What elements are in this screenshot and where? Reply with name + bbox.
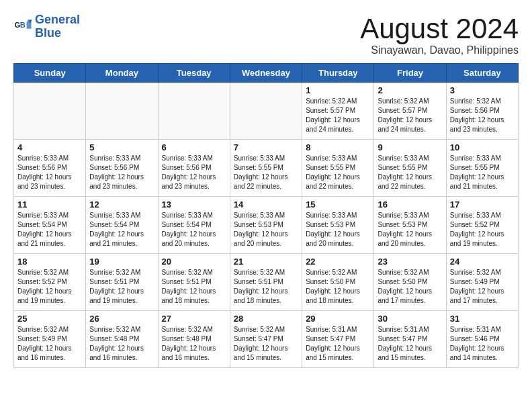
week-row-4: 18Sunrise: 5:32 AM Sunset: 5:52 PM Dayli… (14, 254, 519, 311)
calendar-cell: 9Sunrise: 5:33 AM Sunset: 5:55 PM Daylig… (374, 140, 446, 197)
calendar-cell: 11Sunrise: 5:33 AM Sunset: 5:54 PM Dayli… (14, 197, 86, 254)
day-number: 12 (89, 199, 154, 210)
calendar-cell: 18Sunrise: 5:32 AM Sunset: 5:52 PM Dayli… (14, 254, 86, 311)
day-info: Sunrise: 5:33 AM Sunset: 5:55 PM Dayligh… (450, 154, 515, 191)
page-header: G B General Blue August 2024 Sinayawan, … (13, 13, 519, 56)
calendar-cell: 28Sunrise: 5:32 AM Sunset: 5:47 PM Dayli… (230, 311, 302, 368)
day-number: 30 (378, 314, 442, 324)
calendar-cell: 31Sunrise: 5:31 AM Sunset: 5:46 PM Dayli… (446, 311, 518, 368)
days-of-week-row: SundayMondayTuesdayWednesdayThursdayFrid… (14, 64, 519, 83)
day-number: 28 (234, 314, 298, 324)
logo-text: General Blue (35, 13, 80, 40)
day-info: Sunrise: 5:33 AM Sunset: 5:54 PM Dayligh… (17, 211, 82, 248)
day-number: 14 (234, 199, 298, 210)
calendar-cell: 20Sunrise: 5:32 AM Sunset: 5:51 PM Dayli… (158, 254, 230, 311)
day-number: 15 (306, 199, 370, 210)
day-info: Sunrise: 5:32 AM Sunset: 5:51 PM Dayligh… (89, 268, 154, 306)
calendar-cell: 16Sunrise: 5:33 AM Sunset: 5:53 PM Dayli… (374, 197, 446, 254)
day-info: Sunrise: 5:32 AM Sunset: 5:57 PM Dayligh… (378, 97, 442, 134)
day-info: Sunrise: 5:32 AM Sunset: 5:51 PM Dayligh… (234, 268, 298, 306)
calendar-cell: 29Sunrise: 5:31 AM Sunset: 5:47 PM Dayli… (302, 311, 374, 368)
day-number: 17 (450, 199, 515, 210)
day-header-sunday: Sunday (14, 64, 86, 83)
calendar-cell: 14Sunrise: 5:33 AM Sunset: 5:53 PM Dayli… (230, 197, 302, 254)
day-info: Sunrise: 5:33 AM Sunset: 5:56 PM Dayligh… (17, 154, 82, 191)
calendar-cell (14, 83, 86, 140)
calendar-cell: 4Sunrise: 5:33 AM Sunset: 5:56 PM Daylig… (14, 140, 86, 197)
day-header-monday: Monday (86, 64, 158, 83)
day-number: 27 (162, 314, 226, 324)
day-number: 6 (162, 142, 226, 152)
logo-blue: Blue (35, 26, 61, 40)
calendar-cell: 3Sunrise: 5:32 AM Sunset: 5:56 PM Daylig… (446, 83, 518, 140)
day-number: 10 (450, 142, 515, 152)
calendar-cell: 23Sunrise: 5:32 AM Sunset: 5:50 PM Dayli… (374, 254, 446, 311)
calendar-cell: 24Sunrise: 5:32 AM Sunset: 5:49 PM Dayli… (446, 254, 518, 311)
calendar-cell (86, 83, 158, 140)
day-number: 25 (17, 314, 82, 324)
day-info: Sunrise: 5:33 AM Sunset: 5:54 PM Dayligh… (162, 211, 226, 248)
calendar-cell: 6Sunrise: 5:33 AM Sunset: 5:56 PM Daylig… (158, 140, 230, 197)
day-number: 24 (450, 257, 515, 267)
day-header-saturday: Saturday (446, 64, 518, 83)
day-number: 16 (378, 199, 442, 210)
calendar-cell: 27Sunrise: 5:32 AM Sunset: 5:48 PM Dayli… (158, 311, 230, 368)
calendar-cell: 25Sunrise: 5:32 AM Sunset: 5:49 PM Dayli… (14, 311, 86, 368)
day-number: 2 (378, 85, 442, 95)
day-info: Sunrise: 5:33 AM Sunset: 5:53 PM Dayligh… (306, 211, 370, 248)
day-number: 31 (450, 314, 515, 324)
calendar-cell (230, 83, 302, 140)
day-info: Sunrise: 5:31 AM Sunset: 5:46 PM Dayligh… (450, 325, 515, 363)
calendar-cell: 7Sunrise: 5:33 AM Sunset: 5:55 PM Daylig… (230, 140, 302, 197)
calendar-cell (158, 83, 230, 140)
day-header-wednesday: Wednesday (230, 64, 302, 83)
day-info: Sunrise: 5:32 AM Sunset: 5:51 PM Dayligh… (162, 268, 226, 306)
day-number: 18 (17, 257, 82, 267)
calendar-body: 1Sunrise: 5:32 AM Sunset: 5:57 PM Daylig… (14, 83, 519, 368)
svg-text:B: B (20, 21, 26, 29)
svg-marker-2 (27, 21, 32, 28)
day-number: 23 (378, 257, 442, 267)
day-number: 26 (89, 314, 154, 324)
calendar-cell: 5Sunrise: 5:33 AM Sunset: 5:56 PM Daylig… (86, 140, 158, 197)
calendar-cell: 30Sunrise: 5:31 AM Sunset: 5:47 PM Dayli… (374, 311, 446, 368)
calendar-cell: 15Sunrise: 5:33 AM Sunset: 5:53 PM Dayli… (302, 197, 374, 254)
day-info: Sunrise: 5:32 AM Sunset: 5:48 PM Dayligh… (89, 325, 154, 363)
day-number: 21 (234, 257, 298, 267)
day-info: Sunrise: 5:32 AM Sunset: 5:56 PM Dayligh… (450, 97, 515, 134)
day-number: 13 (162, 199, 226, 210)
day-header-friday: Friday (374, 64, 446, 83)
week-row-1: 1Sunrise: 5:32 AM Sunset: 5:57 PM Daylig… (14, 83, 519, 140)
day-info: Sunrise: 5:31 AM Sunset: 5:47 PM Dayligh… (378, 325, 442, 363)
calendar-table: SundayMondayTuesdayWednesdayThursdayFrid… (13, 63, 519, 368)
week-row-5: 25Sunrise: 5:32 AM Sunset: 5:49 PM Dayli… (14, 311, 519, 368)
day-info: Sunrise: 5:32 AM Sunset: 5:48 PM Dayligh… (162, 325, 226, 363)
day-info: Sunrise: 5:33 AM Sunset: 5:55 PM Dayligh… (234, 154, 298, 191)
day-number: 29 (306, 314, 370, 324)
calendar-cell: 8Sunrise: 5:33 AM Sunset: 5:55 PM Daylig… (302, 140, 374, 197)
day-number: 5 (89, 142, 154, 152)
day-header-thursday: Thursday (302, 64, 374, 83)
day-info: Sunrise: 5:33 AM Sunset: 5:56 PM Dayligh… (89, 154, 154, 191)
logo-icon: G B (13, 17, 32, 36)
location-subtitle: Sinayawan, Davao, Philippines (360, 44, 519, 56)
day-info: Sunrise: 5:32 AM Sunset: 5:57 PM Dayligh… (306, 97, 370, 134)
day-info: Sunrise: 5:33 AM Sunset: 5:55 PM Dayligh… (306, 154, 370, 191)
day-info: Sunrise: 5:32 AM Sunset: 5:50 PM Dayligh… (306, 268, 370, 306)
calendar-cell: 1Sunrise: 5:32 AM Sunset: 5:57 PM Daylig… (302, 83, 374, 140)
day-info: Sunrise: 5:32 AM Sunset: 5:49 PM Dayligh… (17, 325, 82, 363)
day-info: Sunrise: 5:33 AM Sunset: 5:54 PM Dayligh… (89, 211, 154, 248)
day-info: Sunrise: 5:32 AM Sunset: 5:52 PM Dayligh… (17, 268, 82, 306)
logo-general: General (35, 13, 80, 26)
day-info: Sunrise: 5:33 AM Sunset: 5:53 PM Dayligh… (234, 211, 298, 248)
day-info: Sunrise: 5:33 AM Sunset: 5:52 PM Dayligh… (450, 211, 515, 248)
month-title: August 2024 (360, 13, 519, 44)
day-info: Sunrise: 5:33 AM Sunset: 5:55 PM Dayligh… (378, 154, 442, 191)
day-number: 3 (450, 85, 515, 95)
day-number: 20 (162, 257, 226, 267)
day-number: 7 (234, 142, 298, 152)
svg-text:G: G (14, 21, 20, 29)
day-number: 19 (89, 257, 154, 267)
title-area: August 2024 Sinayawan, Davao, Philippine… (360, 13, 519, 56)
calendar-cell: 2Sunrise: 5:32 AM Sunset: 5:57 PM Daylig… (374, 83, 446, 140)
